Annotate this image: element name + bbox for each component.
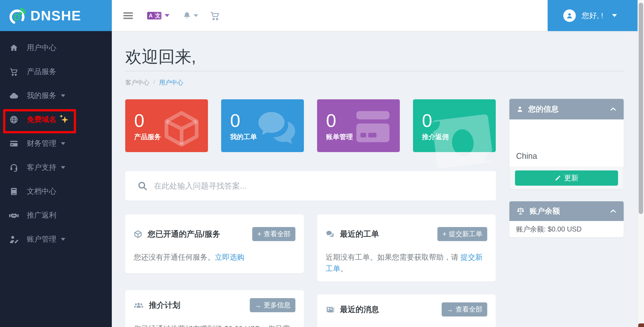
sidebar-item-my-services[interactable]: 我的服务 (0, 84, 112, 108)
sidebar-item-label: 产品服务 (27, 67, 56, 77)
language-letter-wen: 文 (154, 12, 162, 20)
news-card-title: 最近的消息 (340, 304, 379, 315)
breadcrumb-separator: / (154, 78, 155, 86)
stat-label: 产品服务 (134, 132, 161, 142)
sidebar-item-label: 用户中心 (27, 43, 56, 53)
pencil-icon (555, 175, 561, 181)
your-info-panel-header[interactable]: 您的信息 (510, 99, 624, 120)
stat-label: 我的工单 (230, 132, 257, 142)
tickets-card-body: 近期没有工单。如果您需要获取帮助，请 提交新工单。 (317, 252, 496, 274)
language-icon: A 文 (147, 12, 162, 20)
search-icon (137, 181, 148, 191)
credit-card-icon (352, 109, 394, 144)
divider (125, 71, 624, 71)
user-avatar-icon (563, 10, 576, 22)
sparkles-icon (60, 114, 70, 125)
update-info-button[interactable]: 更新 (515, 170, 618, 186)
sidebar-item-user-center[interactable]: 用户中心 (0, 36, 112, 60)
comments-icon (326, 230, 334, 238)
kb-search (125, 171, 496, 201)
user-menu[interactable]: 您好, ! (548, 0, 638, 31)
chat-widget-peek[interactable] (638, 324, 644, 327)
credit-card-icon (9, 139, 19, 148)
order-now-link[interactable]: 立即选购 (215, 253, 244, 261)
more-info-button[interactable]: 更多信息 (250, 298, 296, 312)
tickets-card: 最近的工单 提交新工单 近期没有工单。如果您需要获取帮助，请 提交新工单。 (317, 214, 496, 282)
chevron-down-icon (612, 14, 617, 17)
stat-value: 0 (134, 110, 144, 131)
home-icon (9, 43, 19, 53)
cube-icon (162, 109, 202, 149)
chevron-down-icon (61, 94, 65, 97)
cart-icon (210, 10, 220, 21)
language-selector[interactable]: A 文 (147, 12, 170, 20)
open-ticket-button[interactable]: 提交新工单 (438, 227, 487, 241)
headset-icon (9, 162, 19, 172)
search-input[interactable] (154, 182, 467, 190)
stat-card-tickets[interactable]: 0 我的工单 (221, 99, 304, 152)
sidebar: D DNSHE 用户中心 产品服务 我的服务 (0, 0, 112, 327)
balance-value: 账户余额: $0.00 USD (510, 221, 624, 237)
affiliate-card-body: 您已经通过推荐好友赚到了 $0.00 USD。您只需要再 (125, 323, 304, 327)
news-card: 最近的消息 查看全部 (317, 294, 496, 327)
hamburger-menu-icon[interactable] (124, 11, 133, 20)
balance-panel: 账户余额 账户余额: $0.00 USD (510, 201, 624, 237)
brand-logo-text: DNSHE (30, 8, 81, 24)
plus-icon (257, 230, 262, 238)
sidebar-item-free-domain[interactable]: 免费域名 (0, 108, 112, 132)
brand-logo[interactable]: D DNSHE (0, 0, 112, 31)
sidebar-item-account[interactable]: 账户管理 (0, 227, 112, 251)
arrow-right-icon (255, 302, 262, 309)
chevron-down-icon (61, 238, 65, 241)
money-icon (430, 112, 497, 179)
scrollbar-thumb[interactable] (639, 3, 643, 214)
comments-icon (255, 109, 298, 148)
sidebar-item-label: 账户管理 (27, 234, 56, 244)
svg-text:D: D (14, 12, 20, 22)
stat-value: 0 (326, 110, 336, 131)
balance-scale-icon (516, 207, 525, 215)
chevron-up-icon[interactable] (609, 105, 617, 113)
your-info-panel-title: 您的信息 (528, 104, 558, 114)
view-all-news-button[interactable]: 查看全部 (442, 302, 487, 316)
sidebar-item-products[interactable]: 产品服务 (0, 60, 112, 84)
stat-card-invoices[interactable]: 0 账单管理 (317, 99, 400, 152)
products-card: 您已开通的产品/服务 查看全部 您还没有开通任何服务。立即选购 (125, 214, 304, 273)
user-greeting: 您好, ! (582, 10, 603, 21)
view-all-products-button[interactable]: 查看全部 (252, 227, 296, 241)
chevron-down-icon (61, 166, 65, 169)
sidebar-item-affiliate[interactable]: 推广返利 (0, 203, 112, 227)
sidebar-item-label: 我的服务 (27, 90, 56, 101)
sidebar-nav: 用户中心 产品服务 我的服务 免费域名 (0, 36, 112, 251)
cart-button[interactable] (210, 10, 220, 21)
balance-panel-header[interactable]: 账户余额 (510, 201, 624, 221)
chevron-up-icon[interactable] (609, 207, 617, 215)
tickets-card-title: 最近的工单 (340, 229, 379, 239)
sidebar-item-label: 财务管理 (27, 138, 56, 148)
stat-card-affiliate[interactable]: 0 推介返佣 (413, 99, 496, 152)
cube-icon (134, 230, 142, 238)
user-edit-icon (9, 234, 19, 244)
breadcrumb-parent[interactable]: 客户中心 (125, 78, 149, 86)
products-card-header: 您已开通的产品/服务 查看全部 (125, 214, 304, 241)
users-icon (134, 301, 144, 310)
sidebar-item-support[interactable]: 客户支持 (0, 156, 112, 180)
stat-card-products[interactable]: 0 产品服务 (125, 99, 208, 152)
stat-label: 账单管理 (326, 132, 353, 142)
country-value: China (516, 152, 537, 161)
stat-value: 0 (230, 110, 240, 131)
chevron-down-icon (194, 14, 198, 17)
products-card-body: 您还没有开通任何服务。立即选购 (125, 252, 304, 263)
breadcrumb-current: 用户中心 (159, 78, 183, 86)
sidebar-item-billing[interactable]: 财务管理 (0, 132, 112, 156)
handshake-icon (9, 210, 19, 220)
language-letter-a: A (147, 12, 154, 20)
notifications-dropdown[interactable] (182, 11, 198, 20)
sidebar-item-label: 推广返利 (27, 210, 56, 220)
page-scrollbar (638, 0, 644, 327)
page-title: 欢迎回来, (125, 46, 196, 68)
main-content: 欢迎回来, 客户中心 / 用户中心 0 产品服务 0 我的工单 0 账单管理 (112, 31, 638, 327)
affiliate-card: 推介计划 更多信息 您已经通过推荐好友赚到了 $0.00 USD。您只需要再 (125, 290, 304, 327)
sidebar-item-docs[interactable]: 文档中心 (0, 180, 112, 203)
sidebar-item-label: 免费域名 (27, 114, 56, 124)
